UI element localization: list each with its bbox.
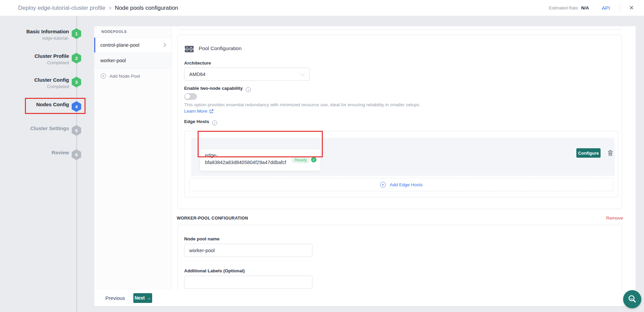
delete-edge-host-button[interactable] [607, 150, 613, 156]
chevron-right-icon [162, 43, 166, 47]
step-badge-6: 6 [72, 149, 81, 160]
nodepool-item-control-plane-pool[interactable]: control-plane-pool [94, 37, 171, 53]
previous-label: Previous [105, 295, 125, 301]
nodepool-item-label: control-plane-pool [100, 42, 139, 48]
step-sublabel: edge-tutorial- [0, 35, 69, 41]
stepper-step-cluster-config[interactable]: Cluster Config Completed [0, 77, 69, 90]
estimated-rate-value: N/A [581, 5, 589, 10]
plus-circle-icon: + [380, 182, 386, 188]
edge-hosts-box: edge- bfa83842a83d8405804f29a47ddbafcf R… [184, 131, 618, 197]
node-pool-name-input[interactable] [184, 244, 312, 257]
two-node-toggle[interactable] [184, 93, 197, 100]
stepper-step-basic-information[interactable]: Basic Information edge-tutorial- [0, 28, 69, 41]
step-label: Cluster Profile [0, 53, 69, 59]
stepper-step-cluster-settings[interactable]: Cluster Settings [0, 125, 69, 131]
previous-button[interactable]: Previous [105, 295, 125, 301]
wizard-footer: Previous Next → [94, 290, 636, 306]
stepper-step-review[interactable]: Review [0, 149, 69, 156]
server-stack-icon [184, 45, 194, 53]
node-pool-name-label: Node pool name [184, 236, 219, 241]
close-icon[interactable]: ✕ [629, 5, 634, 11]
edge-hosts-row: Edge Hostsi [184, 118, 217, 125]
nodepool-item-worker-pool[interactable]: worker-pool [94, 53, 171, 68]
next-button[interactable]: Next → [133, 293, 152, 303]
additional-labels-label: Additional Labels (Optional) [184, 268, 245, 273]
step-badge-1: 1 [72, 28, 81, 39]
selected-indicator-bar [94, 38, 95, 52]
plus-circle-icon: + [101, 73, 106, 79]
external-link-icon [209, 109, 213, 113]
step-label: Basic Information [0, 28, 69, 35]
nodepools-sidebar: NODEPOOLS control-plane-pool worker-pool… [94, 26, 172, 306]
trash-icon [608, 150, 613, 156]
edge-hosts-label: Edge Hosts [184, 119, 209, 124]
status-badge: Ready [291, 156, 310, 163]
architecture-select[interactable]: AMD64 [184, 68, 310, 81]
pool-configuration-card: Pool Configuration Architecture AMD64 En… [177, 35, 622, 209]
breadcrumb-deploy-profile[interactable]: Deploy edge-tutorial-cluster profile [18, 5, 105, 11]
stepper-step-nodes-config[interactable]: Nodes Config [0, 101, 69, 108]
step-badge-4: 4 [72, 101, 81, 112]
pool-configuration-title: Pool Configuration [199, 45, 242, 51]
stepper-step-cluster-profile[interactable]: Cluster Profile Completed [0, 53, 69, 66]
nodepools-title: NODEPOOLS [101, 30, 127, 34]
add-edge-hosts-label: Add Edge Hosts [390, 182, 423, 187]
two-node-description: This option provides essential redundanc… [184, 102, 420, 107]
header-divider [619, 4, 620, 12]
configure-button[interactable]: Configure [576, 148, 601, 158]
step-sublabel: Completed [0, 83, 69, 90]
info-icon[interactable]: i [246, 87, 251, 92]
step-badge-3: 3 [72, 77, 81, 87]
edge-host-name-line2: bfa83842a83d8405804f29a47ddbafcf [205, 160, 286, 165]
step-badge-2: 2 [72, 53, 81, 64]
worker-pool-section-title: WORKER-POOL CONFIGURATION [177, 216, 248, 221]
step-badge-5: 5 [72, 125, 81, 136]
worker-pool-card: Node pool name Additional Labels (Option… [177, 225, 622, 290]
nodepool-item-label: worker-pool [100, 58, 126, 63]
step-label: Cluster Settings [0, 125, 69, 131]
add-node-pool-label: Add Node Pool [109, 74, 140, 79]
architecture-value: AMD64 [189, 72, 205, 77]
step-label: Cluster Config [0, 77, 69, 83]
two-node-row: Enable two-node capabilityi [184, 85, 251, 92]
previous-card-edge [177, 26, 622, 30]
chevron-down-icon [300, 72, 305, 76]
info-icon[interactable]: i [212, 120, 217, 125]
help-search-bubble[interactable] [623, 290, 641, 308]
learn-more-label: Learn More [184, 109, 207, 114]
remove-pool-link[interactable]: Remove [606, 216, 623, 221]
breadcrumb: Deploy edge-tutorial-cluster profile > N… [18, 5, 178, 11]
learn-more-link[interactable]: Learn More [184, 109, 213, 114]
app-header: Deploy edge-tutorial-cluster profile > N… [0, 0, 644, 16]
estimated-rate-label: Estimated Rate: [549, 6, 579, 10]
toggle-knob [185, 94, 190, 99]
step-label: Review [0, 149, 69, 156]
two-node-label: Enable two-node capability [184, 86, 243, 91]
edge-host-card[interactable]: edge- bfa83842a83d8405804f29a47ddbafcf R… [200, 149, 320, 171]
arrow-right-icon: → [146, 295, 151, 301]
next-label: Next [135, 295, 145, 301]
add-node-pool-button[interactable]: + Add Node Pool [94, 68, 171, 84]
edge-host-row: edge- bfa83842a83d8405804f29a47ddbafcf R… [191, 138, 615, 176]
add-edge-hosts-button[interactable]: + Add Edge Hosts [189, 178, 613, 191]
node-pools-content: Pool Configuration Architecture AMD64 En… [172, 26, 636, 306]
step-sublabel: Completed [0, 60, 69, 66]
configure-label: Configure [578, 151, 599, 156]
magnifier-smile-icon [627, 294, 637, 304]
breadcrumb-separator: > [109, 5, 111, 11]
edge-host-name-line1: edge- [205, 153, 217, 158]
check-circle-icon: ✓ [311, 157, 316, 162]
step-label: Nodes Config [0, 101, 69, 108]
page-title: Node pools configuration [115, 5, 178, 11]
api-link[interactable]: API [602, 5, 610, 11]
architecture-label: Architecture [184, 61, 211, 66]
additional-labels-input[interactable] [184, 276, 312, 289]
